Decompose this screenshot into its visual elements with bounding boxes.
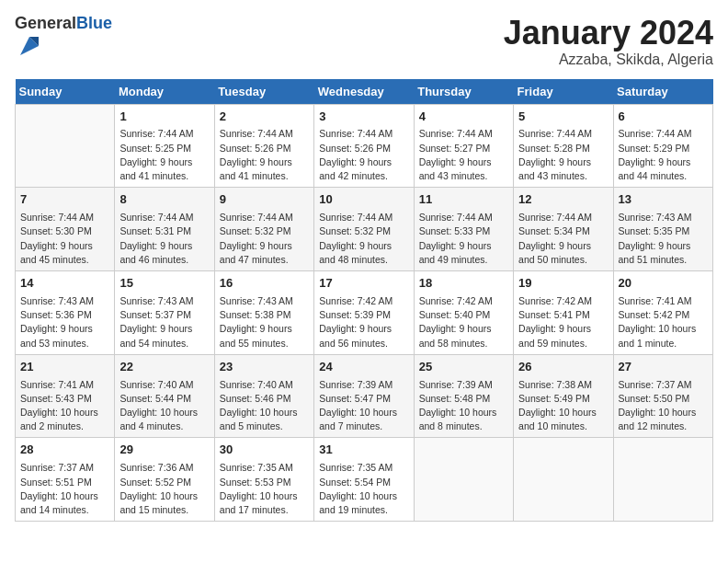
calendar-cell: 15Sunrise: 7:43 AM Sunset: 5:37 PM Dayli… xyxy=(115,271,214,355)
day-info: Sunrise: 7:44 AM Sunset: 5:30 PM Dayligh… xyxy=(20,211,109,267)
day-info: Sunrise: 7:44 AM Sunset: 5:26 PM Dayligh… xyxy=(319,127,408,183)
calendar-cell: 2Sunrise: 7:44 AM Sunset: 5:26 PM Daylig… xyxy=(214,104,313,188)
day-number: 16 xyxy=(220,275,309,293)
calendar-body: 1Sunrise: 7:44 AM Sunset: 5:25 PM Daylig… xyxy=(16,104,713,522)
day-number: 24 xyxy=(319,359,408,376)
logo-general: General xyxy=(15,14,76,32)
day-info: Sunrise: 7:36 AM Sunset: 5:52 PM Dayligh… xyxy=(119,461,209,517)
calendar-cell: 23Sunrise: 7:40 AM Sunset: 5:46 PM Dayli… xyxy=(214,354,313,438)
calendar-cell xyxy=(514,438,613,522)
day-info: Sunrise: 7:37 AM Sunset: 5:51 PM Dayligh… xyxy=(20,461,109,517)
calendar-cell: 26Sunrise: 7:38 AM Sunset: 5:49 PM Dayli… xyxy=(514,354,613,438)
day-number: 26 xyxy=(518,359,608,376)
calendar-cell: 30Sunrise: 7:35 AM Sunset: 5:53 PM Dayli… xyxy=(214,438,313,522)
logo-icon xyxy=(17,33,42,59)
day-info: Sunrise: 7:35 AM Sunset: 5:54 PM Dayligh… xyxy=(319,461,408,517)
day-info: Sunrise: 7:44 AM Sunset: 5:34 PM Dayligh… xyxy=(518,211,608,267)
calendar-cell: 16Sunrise: 7:43 AM Sunset: 5:38 PM Dayli… xyxy=(214,271,313,355)
calendar-cell: 1Sunrise: 7:44 AM Sunset: 5:25 PM Daylig… xyxy=(115,104,214,188)
calendar-cell: 22Sunrise: 7:40 AM Sunset: 5:44 PM Dayli… xyxy=(115,354,214,438)
day-info: Sunrise: 7:44 AM Sunset: 5:31 PM Dayligh… xyxy=(119,211,209,267)
column-header-sunday: Sunday xyxy=(16,79,115,105)
calendar-cell: 10Sunrise: 7:44 AM Sunset: 5:32 PM Dayli… xyxy=(314,188,414,271)
day-info: Sunrise: 7:44 AM Sunset: 5:27 PM Dayligh… xyxy=(419,127,508,183)
calendar-cell: 11Sunrise: 7:44 AM Sunset: 5:33 PM Dayli… xyxy=(414,188,513,271)
day-info: Sunrise: 7:43 AM Sunset: 5:37 PM Dayligh… xyxy=(119,294,209,350)
day-info: Sunrise: 7:41 AM Sunset: 5:42 PM Dayligh… xyxy=(619,294,708,350)
day-info: Sunrise: 7:41 AM Sunset: 5:43 PM Dayligh… xyxy=(20,378,109,434)
calendar-cell: 27Sunrise: 7:37 AM Sunset: 5:50 PM Dayli… xyxy=(613,354,712,438)
calendar-cell: 9Sunrise: 7:44 AM Sunset: 5:32 PM Daylig… xyxy=(214,188,313,271)
day-info: Sunrise: 7:40 AM Sunset: 5:46 PM Dayligh… xyxy=(220,378,309,434)
day-info: Sunrise: 7:43 AM Sunset: 5:38 PM Dayligh… xyxy=(220,294,309,350)
day-info: Sunrise: 7:42 AM Sunset: 5:39 PM Dayligh… xyxy=(319,294,408,350)
title-block: January 2024 Azzaba, Skikda, Algeria xyxy=(504,15,713,68)
calendar-cell: 8Sunrise: 7:44 AM Sunset: 5:31 PM Daylig… xyxy=(115,188,214,271)
day-number: 20 xyxy=(619,275,708,293)
day-number: 6 xyxy=(619,109,708,126)
calendar-cell: 3Sunrise: 7:44 AM Sunset: 5:26 PM Daylig… xyxy=(314,104,414,188)
calendar-week-row: 7Sunrise: 7:44 AM Sunset: 5:30 PM Daylig… xyxy=(16,188,713,271)
day-number: 11 xyxy=(419,191,508,209)
day-info: Sunrise: 7:44 AM Sunset: 5:32 PM Dayligh… xyxy=(220,211,309,267)
day-number: 13 xyxy=(619,191,708,209)
day-number: 7 xyxy=(20,191,109,209)
day-number: 9 xyxy=(220,191,309,209)
day-number: 22 xyxy=(119,359,209,376)
day-number: 31 xyxy=(319,442,408,459)
day-number: 12 xyxy=(518,191,608,209)
calendar-cell: 20Sunrise: 7:41 AM Sunset: 5:42 PM Dayli… xyxy=(613,271,712,355)
day-number: 27 xyxy=(619,359,708,376)
calendar-cell: 4Sunrise: 7:44 AM Sunset: 5:27 PM Daylig… xyxy=(414,104,513,188)
calendar-cell: 14Sunrise: 7:43 AM Sunset: 5:36 PM Dayli… xyxy=(16,271,115,355)
day-info: Sunrise: 7:35 AM Sunset: 5:53 PM Dayligh… xyxy=(220,461,309,517)
day-number: 19 xyxy=(518,275,608,293)
day-number: 30 xyxy=(220,442,309,459)
day-number: 1 xyxy=(119,109,209,126)
day-number: 10 xyxy=(319,191,408,209)
calendar-week-row: 21Sunrise: 7:41 AM Sunset: 5:43 PM Dayli… xyxy=(16,354,713,438)
calendar-cell: 21Sunrise: 7:41 AM Sunset: 5:43 PM Dayli… xyxy=(16,354,115,438)
day-number: 4 xyxy=(419,109,508,126)
day-number: 29 xyxy=(119,442,209,459)
column-header-tuesday: Tuesday xyxy=(214,79,313,105)
day-number: 17 xyxy=(319,275,408,293)
calendar-title: January 2024 xyxy=(504,15,713,52)
calendar-cell: 6Sunrise: 7:44 AM Sunset: 5:29 PM Daylig… xyxy=(613,104,712,188)
column-header-thursday: Thursday xyxy=(414,79,513,105)
day-info: Sunrise: 7:42 AM Sunset: 5:40 PM Dayligh… xyxy=(419,294,508,350)
calendar-cell: 12Sunrise: 7:44 AM Sunset: 5:34 PM Dayli… xyxy=(514,188,613,271)
day-number: 2 xyxy=(220,109,309,126)
day-info: Sunrise: 7:37 AM Sunset: 5:50 PM Dayligh… xyxy=(619,378,708,434)
logo-blue: Blue xyxy=(76,14,112,32)
column-header-saturday: Saturday xyxy=(613,79,712,105)
calendar-cell: 25Sunrise: 7:39 AM Sunset: 5:48 PM Dayli… xyxy=(414,354,513,438)
calendar-cell xyxy=(414,438,513,522)
calendar-cell: 28Sunrise: 7:37 AM Sunset: 5:51 PM Dayli… xyxy=(16,438,115,522)
calendar-week-row: 28Sunrise: 7:37 AM Sunset: 5:51 PM Dayli… xyxy=(16,438,713,522)
calendar-location: Azzaba, Skikda, Algeria xyxy=(504,52,713,68)
calendar-cell: 18Sunrise: 7:42 AM Sunset: 5:40 PM Dayli… xyxy=(414,271,513,355)
calendar-week-row: 14Sunrise: 7:43 AM Sunset: 5:36 PM Dayli… xyxy=(16,271,713,355)
day-number: 28 xyxy=(20,442,109,459)
column-header-monday: Monday xyxy=(115,79,214,105)
calendar-table: SundayMondayTuesdayWednesdayThursdayFrid… xyxy=(15,79,713,523)
column-header-friday: Friday xyxy=(514,79,613,105)
day-info: Sunrise: 7:44 AM Sunset: 5:32 PM Dayligh… xyxy=(319,211,408,267)
calendar-cell xyxy=(613,438,712,522)
calendar-cell: 31Sunrise: 7:35 AM Sunset: 5:54 PM Dayli… xyxy=(314,438,414,522)
logo: GeneralBlue xyxy=(15,15,112,63)
calendar-week-row: 1Sunrise: 7:44 AM Sunset: 5:25 PM Daylig… xyxy=(16,104,713,188)
page-header: GeneralBlue January 2024 Azzaba, Skikda,… xyxy=(15,15,713,68)
day-info: Sunrise: 7:44 AM Sunset: 5:28 PM Dayligh… xyxy=(518,127,608,183)
day-number: 23 xyxy=(220,359,309,376)
day-info: Sunrise: 7:42 AM Sunset: 5:41 PM Dayligh… xyxy=(518,294,608,350)
calendar-cell: 19Sunrise: 7:42 AM Sunset: 5:41 PM Dayli… xyxy=(514,271,613,355)
day-info: Sunrise: 7:38 AM Sunset: 5:49 PM Dayligh… xyxy=(518,378,608,434)
day-number: 8 xyxy=(119,191,209,209)
day-number: 25 xyxy=(419,359,508,376)
day-number: 3 xyxy=(319,109,408,126)
day-info: Sunrise: 7:39 AM Sunset: 5:47 PM Dayligh… xyxy=(319,378,408,434)
day-number: 18 xyxy=(419,275,508,293)
day-info: Sunrise: 7:44 AM Sunset: 5:29 PM Dayligh… xyxy=(619,127,708,183)
